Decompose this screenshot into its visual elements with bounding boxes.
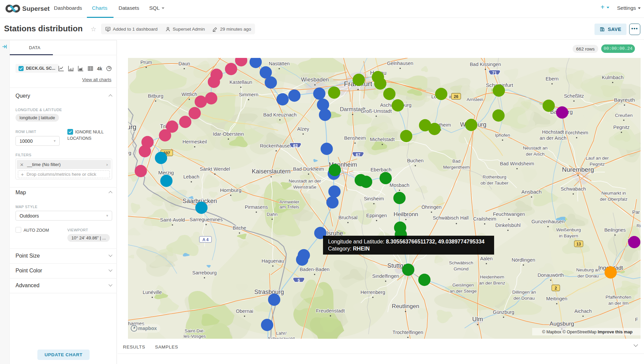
svg-text:Prüm: Prüm bbox=[140, 60, 152, 65]
svg-text:an der Ilm: an der Ilm bbox=[608, 301, 629, 306]
svg-text:rg: rg bbox=[128, 150, 131, 156]
svg-text:am Trifels: am Trifels bbox=[280, 204, 299, 209]
svg-text:an der Brenz: an der Brenz bbox=[479, 280, 505, 286]
svg-text:Weinstraße: Weinstraße bbox=[293, 185, 317, 190]
svg-text:Bruchsal: Bruchsal bbox=[339, 215, 357, 220]
svg-text:Merzig: Merzig bbox=[158, 170, 174, 175]
svg-text:ob der Tauber: ob der Tauber bbox=[480, 180, 509, 186]
svg-text:Wiesbaden: Wiesbaden bbox=[301, 76, 329, 82]
svg-text:Ulm: Ulm bbox=[472, 316, 483, 323]
svg-text:an der Aisch: an der Aisch bbox=[540, 135, 567, 141]
svg-text:Bad: Bad bbox=[452, 159, 460, 164]
svg-text:Lunéville: Lunéville bbox=[142, 290, 162, 295]
svg-text:Bad Windsheim: Bad Windsheim bbox=[500, 161, 534, 166]
svg-text:Iphofen: Iphofen bbox=[495, 133, 510, 138]
svg-text:Neustadt an der: Neustadt an der bbox=[289, 178, 321, 184]
svg-text:Luxembourg: Luxembourg bbox=[128, 123, 136, 131]
svg-text:Neuburg an: Neuburg an bbox=[576, 267, 600, 272]
svg-text:Kaiserslautern: Kaiserslautern bbox=[252, 168, 290, 175]
svg-text:Ri: Ri bbox=[637, 223, 641, 228]
svg-text:Arnstein: Arnstein bbox=[466, 97, 483, 102]
svg-text:Hermeskeil: Hermeskeil bbox=[183, 139, 207, 144]
svg-text:Ansbach: Ansbach bbox=[521, 189, 542, 195]
svg-text:Bitburg: Bitburg bbox=[148, 93, 163, 99]
svg-text:Homburg: Homburg bbox=[220, 187, 242, 193]
svg-text:Bad Kissingen: Bad Kissingen bbox=[470, 62, 501, 67]
svg-text:Bitche: Bitche bbox=[233, 225, 246, 231]
svg-text:Dillingen an: Dillingen an bbox=[512, 290, 536, 295]
svg-text:Strasbourg: Strasbourg bbox=[254, 289, 284, 295]
svg-text:Lauf an der: Lauf an der bbox=[586, 156, 609, 161]
svg-text:Schwäbisch Hall: Schwäbisch Hall bbox=[433, 215, 469, 221]
svg-text:Donauwörth: Donauwörth bbox=[538, 272, 564, 278]
svg-text:Neustadt an: Neustadt an bbox=[523, 145, 548, 151]
svg-text:Freudenstadt: Freudenstadt bbox=[316, 308, 345, 313]
svg-text:mapbox: mapbox bbox=[138, 326, 157, 331]
svg-text:Baden-Baden: Baden-Baden bbox=[300, 267, 330, 272]
svg-text:Par: Par bbox=[632, 209, 640, 215]
svg-text:Groß-Umstadt: Groß-Umstadt bbox=[361, 108, 392, 114]
svg-text:Reutlingen: Reutlingen bbox=[392, 303, 419, 309]
svg-text:Aichach: Aichach bbox=[574, 308, 592, 314]
svg-text:Nuremberg: Nuremberg bbox=[562, 166, 594, 173]
svg-text:Mosbach: Mosbach bbox=[390, 183, 410, 188]
svg-text:Pfaffenhofen: Pfaffenhofen bbox=[606, 295, 631, 300]
svg-text:der Donau: der Donau bbox=[513, 296, 535, 301]
svg-text:Buchen: Buchen bbox=[407, 158, 423, 163]
svg-text:67: 67 bbox=[356, 153, 360, 157]
svg-text:Schwarzwald: Schwarzwald bbox=[268, 336, 295, 339]
svg-text:F: F bbox=[635, 317, 638, 322]
svg-text:Kastellaun: Kastellaun bbox=[229, 79, 252, 85]
svg-text:Kulmbach: Kulmbach bbox=[602, 75, 623, 80]
svg-text:13: 13 bbox=[576, 242, 581, 246]
svg-text:Aalen: Aalen bbox=[480, 256, 492, 261]
svg-text:Neumarkt in: Neumarkt in bbox=[602, 191, 626, 196]
svg-text:Heidenheim: Heidenheim bbox=[480, 274, 504, 279]
svg-text:Heilbronn: Heilbronn bbox=[394, 211, 418, 218]
svg-text:Nastätten: Nastätten bbox=[269, 61, 290, 66]
svg-text:Lahr/: Lahr/ bbox=[276, 331, 287, 336]
svg-text:Bad Kreuznach: Bad Kreuznach bbox=[263, 112, 296, 118]
svg-text:Annweiler: Annweiler bbox=[279, 199, 299, 204]
svg-text:Schwäbisch: Schwäbisch bbox=[449, 260, 473, 265]
svg-text:Dahn: Dahn bbox=[267, 212, 278, 217]
svg-text:Eberbach: Eberbach bbox=[371, 167, 391, 172]
svg-text:Scheßlitz: Scheßlitz bbox=[564, 93, 584, 99]
svg-text:Eppingen: Eppingen bbox=[366, 213, 387, 218]
svg-text:Sarrebourg: Sarrebourg bbox=[192, 270, 217, 275]
svg-text:Bad Dürkheim: Bad Dürkheim bbox=[293, 166, 324, 172]
svg-text:Höchstadt: Höchstadt bbox=[542, 129, 564, 135]
svg-text:Nördlingen: Nördlingen bbox=[512, 257, 535, 263]
svg-text:Sinsheim: Sinsheim bbox=[364, 196, 384, 201]
svg-text:der Donau: der Donau bbox=[577, 273, 599, 278]
svg-text:Ebern: Ebern bbox=[546, 76, 559, 81]
svg-text:26: 26 bbox=[454, 94, 458, 99]
svg-text:der Oberpfalz: der Oberpfalz bbox=[600, 197, 627, 202]
svg-text:Öhringen: Öhringen bbox=[421, 204, 442, 210]
svg-text:Lebach: Lebach bbox=[183, 174, 199, 179]
svg-text:Bensheim: Bensheim bbox=[344, 135, 366, 141]
svg-text:Creußen: Creußen bbox=[615, 113, 633, 118]
svg-text:les-Vosges: les-Vosges bbox=[184, 334, 206, 339]
svg-text:Geislingen: Geislingen bbox=[452, 283, 474, 288]
svg-text:Saint-Avold: Saint-Avold bbox=[160, 217, 185, 223]
svg-text:Gmünd: Gmünd bbox=[454, 266, 469, 271]
svg-text:© Mapbox © OpenStreetMap Impro: © Mapbox © OpenStreetMap Improve this ma… bbox=[542, 330, 633, 334]
svg-text:Dinkelsbühl: Dinkelsbühl bbox=[495, 223, 521, 228]
svg-text:Longitude and Latitude: 8.3055: Longitude and Latitude: 8.30556376651173… bbox=[328, 239, 485, 244]
svg-text:Beilngries: Beilngries bbox=[604, 227, 626, 233]
svg-text:Simmern: Simmern bbox=[239, 92, 258, 97]
svg-text:Haguenau: Haguenau bbox=[262, 258, 284, 264]
svg-text:Alzey: Alzey bbox=[297, 126, 309, 132]
svg-text:Bayreuth: Bayreuth bbox=[614, 97, 635, 103]
svg-text:der Aisch: der Aisch bbox=[526, 152, 545, 157]
svg-text:Wittlich: Wittlich bbox=[182, 92, 197, 97]
svg-text:Schwabach: Schwabach bbox=[561, 186, 586, 192]
svg-text:Daun: Daun bbox=[179, 61, 190, 66]
svg-text:Rothenburg: Rothenburg bbox=[483, 174, 507, 179]
svg-text:Obernai: Obernai bbox=[236, 308, 253, 314]
svg-text:71: 71 bbox=[492, 71, 497, 75]
svg-text:5: 5 bbox=[298, 278, 300, 283]
svg-text:Sindelfingen: Sindelfingen bbox=[372, 273, 399, 279]
svg-text:Sankt Wendel: Sankt Wendel bbox=[200, 166, 230, 172]
